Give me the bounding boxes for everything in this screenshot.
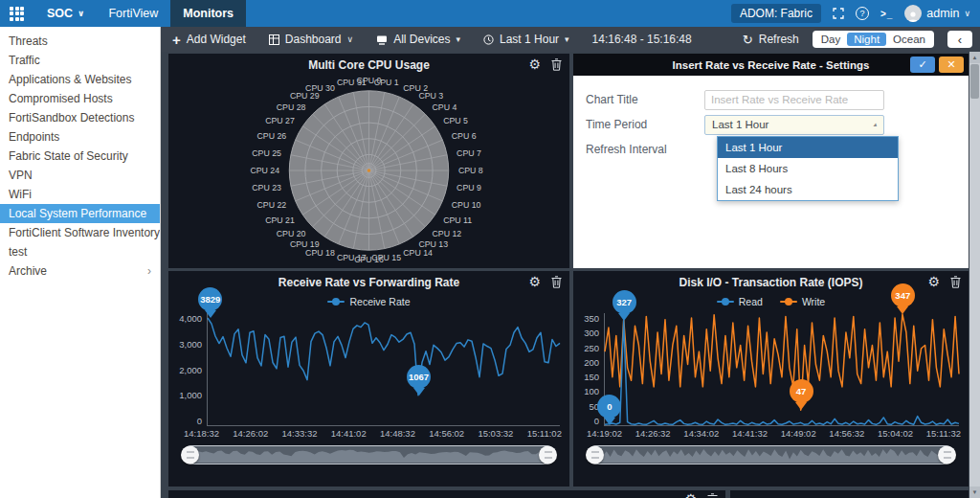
widget-settings-icon[interactable]: ⚙ [528,57,541,71]
time-range-button[interactable]: Last 1 Hour ▾ [483,33,569,46]
y-axis-labels: 4,0003,0002,0001,0000 [168,313,207,426]
apps-grid-icon[interactable] [10,7,24,21]
chart-title-input[interactable] [704,90,884,110]
devices-filter-button[interactable]: All Devices ▾ [376,33,460,46]
widget-settings-icon[interactable]: ⚙ [528,275,541,288]
terminal-icon[interactable]: >_ [880,9,893,19]
soc-menu-label: SOC [47,7,73,20]
dashboard-menu-button[interactable]: Dashboard ∨ [269,33,353,46]
brush-handle-left[interactable] [181,446,199,464]
chart-legend: Receive Rate [168,294,569,309]
close-button[interactable]: ✕ [939,57,964,73]
y-axis-labels: 350300250200150100500 [573,313,604,426]
sidebar-item-applications-websites[interactable]: Applications & Websites [0,70,160,89]
sidebar-item-test[interactable]: test [0,242,160,261]
theme-day[interactable]: Day [814,33,847,46]
radar-axis-label: CPU 25 [252,148,281,158]
soc-menu[interactable]: SOC ∨ [35,0,96,27]
theme-night[interactable]: Night [847,33,886,46]
time-brush[interactable] [182,445,556,464]
time-brush[interactable] [587,445,955,464]
line-chart: 327047347 [604,313,959,426]
radar-axis-label: CPU 23 [252,183,281,192]
scroll-up-arrow[interactable]: ▲ [969,52,980,63]
radar-axis-label: CPU 14 [403,248,433,258]
sidebar-item-threats[interactable]: Threats [0,32,160,51]
widget-settings-icon[interactable]: ⚙ [684,492,697,498]
scroll-down-arrow[interactable]: ▼ [969,487,980,498]
brush-handle-left[interactable] [586,446,604,464]
radar-axis-label: CPU 4 [433,102,457,112]
chart-title-label: Chart Title [573,93,704,106]
dashboard-area: Multi Core CPU Usage ⚙ CPU 0CPU 1CPU 2CP… [161,52,969,498]
widget-multi-core-cpu: Multi Core CPU Usage ⚙ CPU 0CPU 1CPU 2CP… [168,54,569,268]
legend-item-write[interactable]: Write [780,296,825,307]
tab-fortiview[interactable]: FortiView [96,0,170,27]
theme-ocean[interactable]: Ocean [886,33,932,46]
scrollbar-thumb[interactable] [970,64,979,99]
refresh-button[interactable]: ↻ Refresh [743,33,799,47]
widget-delete-icon[interactable] [707,493,718,498]
collapse-panel-button[interactable]: ‹ [947,31,972,48]
radar-axis-label: CPU 28 [277,102,306,112]
sidebar-item-fortisandbox-detections[interactable]: FortiSandbox Detections [0,108,160,127]
vertical-scrollbar[interactable]: ▲ ▼ [969,52,980,498]
radar-axis-label: CPU 17 [337,253,367,262]
fullscreen-icon[interactable] [833,8,844,19]
settings-title: Insert Rate vs Receive Rate - Settings [673,59,870,71]
x-tick: 14:41:02 [331,428,367,439]
dropdown-option[interactable]: Last 8 Hours [718,158,898,179]
widget-settings-icon[interactable]: ⚙ [927,275,940,288]
widget-title: Disk I/O - Transaction Rate (IOPS) [679,276,862,289]
sidebar-item-forticlient-software-inventory[interactable]: FortiClient Software Inventory [0,223,160,242]
radar-axis-label: CPU 11 [443,215,472,225]
radar-axis-label: CPU 31 [337,78,367,87]
dropdown-option[interactable]: Last 1 Hour [718,137,898,158]
chart-legend: ReadWrite [573,294,969,309]
radar-axis-label: CPU 5 [443,116,468,125]
legend-item-receive-rate[interactable]: Receive Rate [327,296,410,307]
x-tick: 15:11:02 [527,428,562,439]
widget-receive-rate: Receive Rate vs Forwarding Rate ⚙ Receiv… [168,271,569,487]
brush-handle-right[interactable] [938,446,956,464]
user-menu[interactable]: admin ∨ [904,5,970,22]
sidebar-item-wifi[interactable]: WiFi [0,185,160,204]
radar-axis-label: CPU 30 [305,83,335,93]
sidebar-item-archive[interactable]: Archive› [0,261,160,281]
x-tick: 15:04:02 [878,428,913,439]
sidebar-item-endpoints[interactable]: Endpoints [0,127,160,147]
sidebar-item-compromised-hosts[interactable]: Compromised Hosts [0,89,160,108]
widget-delete-icon[interactable] [950,276,961,288]
caret-down-icon: ▾ [456,34,460,44]
widget-delete-icon[interactable] [551,58,562,71]
avatar [904,5,922,22]
sidebar: ThreatsTrafficApplications & WebsitesCom… [0,27,161,498]
x-tick: 14:26:02 [233,428,268,439]
theme-toggle: DayNightOcean [813,31,934,48]
radar-axis-label: CPU 10 [452,200,481,210]
widget-delete-icon[interactable] [551,276,562,288]
x-tick: 14:41:32 [732,428,768,439]
apply-button[interactable]: ✓ [910,57,935,73]
x-axis-labels: 14:18:3214:26:0214:33:3214:41:0214:48:32… [184,428,562,439]
x-tick: 14:33:32 [281,428,317,439]
adom-badge[interactable]: ADOM: Fabric [731,4,821,23]
legend-item-read[interactable]: Read [717,296,763,307]
tab-monitors[interactable]: Monitors [170,0,246,27]
dropdown-option[interactable]: Last 24 hours [718,179,898,200]
radar-axis-label: CPU 18 [305,248,335,258]
sidebar-item-local-system-performance[interactable]: Local System Performance [0,204,160,223]
widget-disk-io: Disk I/O - Transaction Rate (IOPS) ⚙ Rea… [573,271,969,487]
widget-title: Multi Core CPU Usage [308,58,430,72]
sidebar-item-vpn[interactable]: VPN [0,166,160,185]
add-widget-button[interactable]: + Add Widget [172,33,246,47]
refresh-interval-label: Refresh Interval [573,143,704,156]
plus-icon: + [172,33,181,47]
help-icon[interactable]: ? [856,7,869,20]
x-tick: 15:03:32 [478,428,513,439]
sidebar-item-fabric-state-of-security[interactable]: Fabric State of Security [0,147,160,166]
time-period-select[interactable]: Last 1 Hour ▴ [704,115,884,135]
sidebar-item-traffic[interactable]: Traffic [0,51,160,70]
brush-handle-right[interactable] [539,446,557,464]
radar-axis-label: CPU 19 [290,239,320,249]
